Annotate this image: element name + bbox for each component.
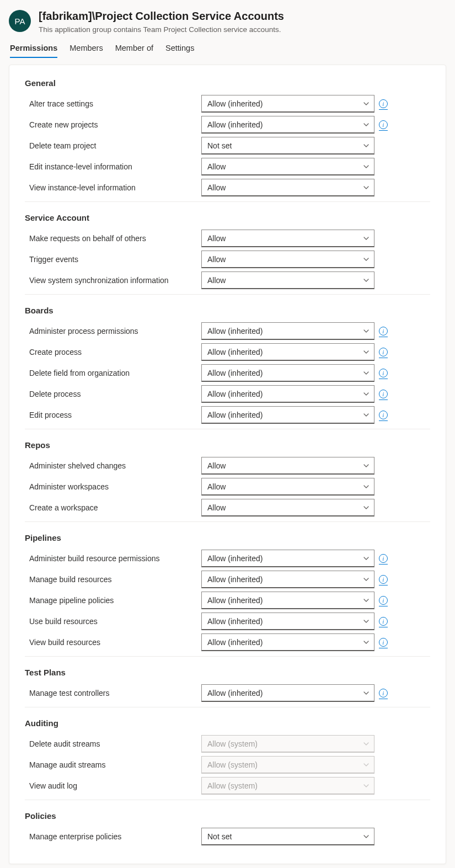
permission-value: Allow (inherited) [207,369,263,377]
permission-row: Administer shelved changesAllow [25,455,430,476]
permission-row: Administer workspacesAllow [25,476,430,497]
permission-value: Allow (inherited) [207,575,263,584]
permission-label: Manage audit streams [25,760,201,769]
permission-row: Manage enterprise policiesNot set [25,826,430,847]
permission-row: Make requests on behalf of othersAllow [25,228,430,249]
permission-select[interactable]: Allow [201,499,374,516]
permission-select[interactable]: Allow (inherited) [201,116,374,134]
permission-row: View system synchronization informationA… [25,270,430,291]
inherit-info-icon[interactable]: i [379,689,388,697]
page-subtitle: This application group contains Team Pro… [39,25,446,34]
tab-settings[interactable]: Settings [165,40,194,58]
permission-row: Administer process permissionsAllow (inh… [25,321,430,342]
permission-select[interactable]: Allow (inherited) [201,406,374,424]
permission-label: Administer shelved changes [25,461,201,470]
permission-row: Edit processAllow (inherited)i [25,404,430,425]
permission-label: Alter trace settings [25,99,201,108]
inherit-info-icon[interactable]: i [379,120,388,129]
permission-label: Create a workspace [25,503,201,512]
inherit-info-cell: i [374,369,392,377]
permission-select: Allow (system) [201,735,374,753]
permission-value: Allow [207,276,226,285]
chevron-down-icon [363,349,370,355]
permission-label: View build resources [25,638,201,647]
inherit-info-icon[interactable]: i [379,327,388,336]
permission-row: Delete field from organizationAllow (inh… [25,363,430,384]
chevron-down-icon [363,483,370,490]
permission-select[interactable]: Not set [201,828,374,845]
permission-select[interactable]: Allow (inherited) [201,592,374,609]
section-heading: Repos [25,433,430,455]
inherit-info-cell: i [374,411,392,419]
permission-value: Not set [207,832,232,841]
tab-members[interactable]: Members [69,40,103,58]
permission-label: Trigger events [25,255,201,264]
permission-value: Allow [207,234,226,243]
chevron-down-icon [363,370,370,376]
tab-bar: PermissionsMembersMember ofSettings [9,40,446,58]
permission-select[interactable]: Allow (inherited) [201,364,374,382]
section-divider [25,294,430,295]
permission-label: Make requests on behalf of others [25,234,201,243]
permission-select[interactable]: Allow (inherited) [201,95,374,113]
inherit-info-icon[interactable]: i [379,390,388,398]
inherit-info-icon[interactable]: i [379,99,388,108]
inherit-info-icon[interactable]: i [379,554,388,563]
inherit-info-icon[interactable]: i [379,638,388,647]
chevron-down-icon [363,576,370,583]
permission-select[interactable]: Allow [201,230,374,247]
chevron-down-icon [363,391,370,397]
section-divider [25,800,430,800]
permission-select[interactable]: Allow [201,457,374,475]
permission-select[interactable]: Allow (inherited) [201,550,374,567]
inherit-info-icon[interactable]: i [379,369,388,377]
permission-row: Manage pipeline policiesAllow (inherited… [25,590,430,611]
permission-value: Allow [207,503,226,512]
permission-select[interactable]: Not set [201,137,374,155]
chevron-down-icon [363,639,370,646]
permission-row: Edit instance-level informationAllow [25,156,430,177]
permission-value: Allow (inherited) [207,554,263,563]
permission-select[interactable]: Allow [201,179,374,196]
permission-value: Allow [207,461,226,470]
inherit-info-cell: i [374,327,392,336]
section-divider [25,429,430,429]
permission-select[interactable]: Allow [201,271,374,289]
inherit-info-icon[interactable]: i [379,348,388,356]
permission-label: Use build resources [25,617,201,626]
permission-label: Delete process [25,390,201,398]
permission-value: Allow (inherited) [207,327,263,336]
permission-row: Administer build resource permissionsAll… [25,548,430,569]
inherit-info-cell: i [374,99,392,108]
permission-select[interactable]: Allow [201,158,374,175]
permission-select[interactable]: Allow (inherited) [201,684,374,702]
permission-select[interactable]: Allow (inherited) [201,322,374,340]
chevron-down-icon [363,462,370,469]
permission-value: Allow (system) [207,781,258,790]
permission-select[interactable]: Allow (inherited) [201,571,374,588]
inherit-info-cell: i [374,689,392,697]
chevron-down-icon [363,184,370,191]
permission-select[interactable]: Allow (inherited) [201,385,374,403]
permission-label: Manage build resources [25,575,201,584]
inherit-info-icon[interactable]: i [379,411,388,419]
permission-select[interactable]: Allow [201,251,374,268]
permission-select: Allow (system) [201,756,374,774]
permission-select[interactable]: Allow (inherited) [201,633,374,651]
permission-row: View audit logAllow (system) [25,775,430,796]
inherit-info-cell: i [374,638,392,647]
section-heading: Pipelines [25,525,430,548]
permission-label: Delete field from organization [25,369,201,377]
inherit-info-icon[interactable]: i [379,617,388,626]
permission-select[interactable]: Allow [201,478,374,496]
tab-permissions[interactable]: Permissions [10,40,57,58]
section-auditing: AuditingDelete audit streamsAllow (syste… [25,711,430,800]
permission-select[interactable]: Allow (inherited) [201,613,374,630]
inherit-info-icon[interactable]: i [379,575,388,584]
tab-member-of[interactable]: Member of [115,40,153,58]
chevron-down-icon [363,555,370,562]
inherit-info-icon[interactable]: i [379,596,388,605]
chevron-down-icon [363,277,370,284]
permission-select[interactable]: Allow (inherited) [201,343,374,361]
chevron-down-icon [363,121,370,128]
